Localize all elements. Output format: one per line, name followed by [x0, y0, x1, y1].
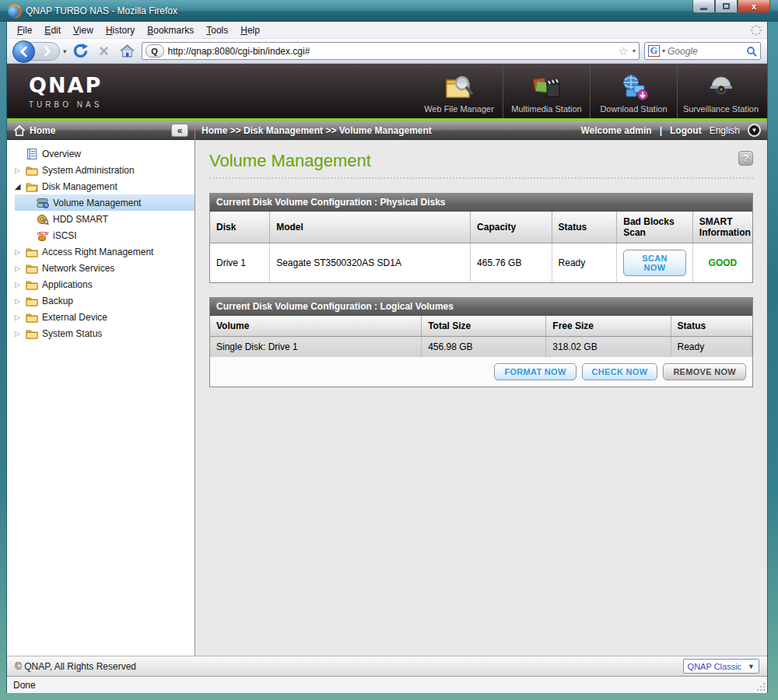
menu-help[interactable]: Help [235, 23, 265, 37]
minimize-button[interactable] [692, 0, 715, 13]
sidebar-item-hdd-smart[interactable]: HDD SMART [15, 211, 194, 227]
sidebar-item-overview[interactable]: Overview [7, 145, 194, 162]
logical-volumes-panel-title: Current Disk Volume Configuration : Logi… [210, 298, 752, 316]
language-label: English [710, 125, 740, 136]
station-label: Surveillance Station [683, 104, 759, 114]
session-controls: Welcome admin | Logout English ▼ [580, 124, 761, 137]
site-favicon[interactable]: Q [145, 44, 164, 58]
resize-grip-icon[interactable] [756, 682, 766, 691]
check-now-button[interactable]: CHECK NOW [582, 363, 658, 380]
home-button[interactable] [118, 42, 137, 61]
menu-history[interactable]: History [100, 23, 140, 37]
column-header-status: Status [552, 212, 617, 243]
tree-item-label: HDD SMART [53, 214, 108, 225]
navigation-toolbar: ▾ × Q ☆ ▾ G ▾ [7, 39, 767, 64]
sidebar-item-iscsi[interactable]: iSCSI [15, 227, 194, 243]
sidebar-item-system-administration[interactable]: ▷ System Administration [7, 162, 194, 178]
folder-open-icon [26, 181, 38, 192]
maximize-button[interactable] [715, 0, 738, 13]
menu-file[interactable]: File [12, 23, 37, 37]
station-web-file-manager[interactable]: Web File Manager [415, 64, 503, 118]
back-button[interactable] [12, 40, 35, 63]
expander-closed-icon[interactable]: ▷ [13, 281, 22, 289]
logout-link[interactable]: Logout [670, 125, 702, 136]
reload-icon [72, 43, 89, 59]
expander-closed-icon[interactable]: ▷ [13, 297, 22, 305]
search-engine-icon[interactable]: G [648, 45, 660, 57]
tree-item-label: System Status [42, 328, 102, 339]
page-body: Volume Management ? Current Disk Volume … [195, 140, 767, 656]
url-input[interactable] [168, 46, 615, 57]
cell-disk: Drive 1 [210, 243, 270, 283]
theme-selector[interactable]: QNAP Classic ▼ [683, 659, 759, 674]
tree-item-label: Disk Management [42, 181, 117, 192]
menu-edit[interactable]: Edit [39, 23, 66, 37]
format-now-button[interactable]: FORMAT NOW [494, 363, 576, 380]
column-header-bad-blocks-scan: Bad Blocks Scan [617, 212, 693, 243]
theme-selector-value: QNAP Classic [688, 662, 741, 671]
forward-arrow-icon [44, 47, 51, 56]
stop-button[interactable]: × [95, 42, 114, 61]
folder-icon [26, 328, 38, 339]
history-dropdown-caret[interactable]: ▾ [63, 47, 67, 55]
language-dropdown-button[interactable]: ▼ [748, 124, 761, 137]
search-input[interactable] [668, 46, 744, 57]
expander-closed-icon[interactable]: ▷ [13, 166, 22, 174]
sidebar-item-applications[interactable]: ▷ Applications [7, 276, 194, 292]
browser-frame: File Edit View History Bookmarks Tools H… [6, 22, 768, 693]
url-dropdown-caret[interactable]: ▾ [633, 47, 636, 54]
cell-status: Ready [671, 337, 752, 358]
sidebar-item-external-device[interactable]: ▷ External Device [7, 309, 194, 325]
home-outline-icon [13, 125, 26, 136]
expander-closed-icon[interactable]: ▷ [13, 313, 22, 321]
menu-tools[interactable]: Tools [201, 23, 233, 37]
volume-actions: FORMAT NOW CHECK NOW REMOVE NOW [210, 357, 752, 387]
iscsi-icon [37, 230, 49, 241]
station-multimedia[interactable]: Multimedia Station [503, 64, 590, 118]
breadcrumb: Home >> Disk Management >> Volume Manage… [202, 125, 432, 136]
sidebar-item-volume-management[interactable]: Volume Management [15, 194, 194, 211]
search-icon[interactable] [746, 46, 757, 57]
forward-button[interactable] [44, 45, 51, 59]
column-header-smart-information: SMART Information [692, 212, 752, 243]
sidebar-item-disk-management[interactable]: ◢ Disk Management [7, 178, 194, 194]
expander-closed-icon[interactable]: ▷ [13, 264, 22, 272]
main-area: Home « Overview ▷ System Administration [7, 121, 767, 656]
stop-icon: × [99, 44, 109, 59]
qnap-tagline: TURBO NAS [29, 100, 223, 109]
throbber-icon [750, 24, 762, 37]
folder-icon [26, 312, 38, 323]
expander-closed-icon[interactable]: ▷ [13, 248, 22, 256]
minimize-icon [700, 8, 707, 10]
sidebar-header: Home « [7, 121, 194, 140]
surveillance-station-icon [706, 74, 737, 102]
remove-now-button[interactable]: REMOVE NOW [663, 363, 746, 380]
expander-open-icon[interactable]: ◢ [13, 182, 22, 191]
sidebar-collapse-button[interactable]: « [171, 124, 188, 137]
sidebar-item-network-services[interactable]: ▷ Network Services [7, 260, 194, 276]
sidebar-item-backup[interactable]: ▷ Backup [7, 292, 194, 309]
station-download[interactable]: Download Station [590, 64, 677, 118]
welcome-text: Welcome admin [580, 125, 651, 136]
hdd-smart-icon [37, 214, 49, 225]
sidebar-item-access-right-management[interactable]: ▷ Access Right Management [7, 243, 194, 260]
smart-status-badge: GOOD [709, 257, 738, 268]
bookmark-star-icon[interactable]: ☆ [619, 44, 629, 58]
menu-view[interactable]: View [68, 23, 99, 37]
menu-bookmarks[interactable]: Bookmarks [142, 23, 199, 37]
column-header-volume: Volume [210, 316, 422, 337]
status-bar: Done [7, 676, 767, 693]
search-engine-caret[interactable]: ▾ [662, 47, 665, 54]
close-button[interactable]: x [738, 0, 770, 13]
reload-button[interactable] [72, 42, 90, 61]
document-icon [26, 149, 38, 159]
expander-closed-icon[interactable]: ▷ [13, 330, 22, 338]
window-controls: x [692, 0, 770, 13]
help-button[interactable]: ? [738, 151, 753, 166]
scan-now-button[interactable]: SCAN NOW [623, 250, 686, 276]
folder-icon [26, 296, 38, 306]
sidebar: Home « Overview ▷ System Administration [7, 121, 195, 656]
sidebar-item-system-status[interactable]: ▷ System Status [7, 325, 194, 341]
station-surveillance[interactable]: Surveillance Station [677, 64, 764, 118]
qnap-header: QNAP TURBO NAS Web File Manager Multimed… [7, 64, 767, 121]
